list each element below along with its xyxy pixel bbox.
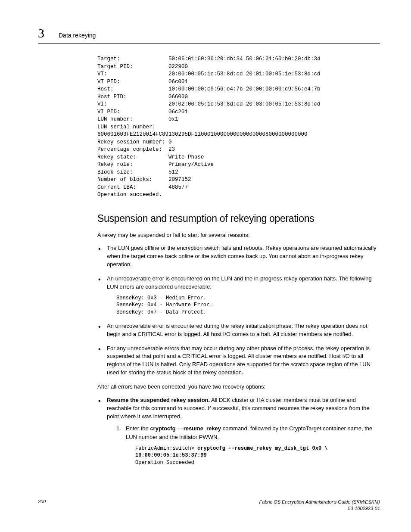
- page-number: 200: [38, 499, 46, 511]
- chapter-number: 3: [38, 26, 59, 40]
- command-block: FabricAdmin:switch> cryptocfg --resume_r…: [135, 445, 380, 467]
- command-result: Operation Succeeded: [135, 460, 194, 466]
- step-number: 1.: [116, 425, 121, 433]
- step-item: 1. Enter the cryptocfg --resume_rekey co…: [116, 425, 380, 467]
- bullet-text: An unrecoverable error is encountered on…: [107, 275, 372, 290]
- list-item: An unrecoverable error is encountered on…: [97, 275, 380, 316]
- resume-bold: Resume the suspended rekey session.: [107, 397, 210, 403]
- list-item: Resume the suspended rekey session. All …: [97, 396, 380, 467]
- intro-text: A rekey may be suspended or fail to star…: [97, 231, 380, 240]
- page-footer: 200 Fabric OS Encryption Administrator's…: [38, 499, 380, 511]
- section-heading: Suspension and resumption of rekeying op…: [97, 213, 380, 224]
- list-item: An unrecoverable error is encountered du…: [97, 322, 380, 339]
- steps-list: 1. Enter the cryptocfg --resume_rekey co…: [116, 425, 380, 467]
- reasons-list: The LUN goes offline or the encryption s…: [97, 244, 380, 377]
- step-dashes: --: [177, 426, 183, 432]
- sensekey-block: SenseKey: 0x3 - Medium Error. SenseKey: …: [116, 295, 380, 316]
- bullet-text: An unrecoverable error is encountered du…: [107, 323, 367, 337]
- footer-right: Fabric OS Encryption Administrator's Gui…: [259, 499, 380, 511]
- step-cmd2: resume_rekey: [184, 425, 221, 432]
- command-prompt: FabricAdmin:switch>: [135, 445, 197, 451]
- doc-title: Fabric OS Encryption Administrator's Gui…: [259, 499, 380, 505]
- bullet-text: For any unrecoverable errors that may oc…: [107, 345, 371, 376]
- page-header: 3 Data rekeying: [38, 26, 380, 44]
- after-errors-text: After all errors have been corrected, yo…: [97, 383, 380, 391]
- doc-id: 53-1002923-01: [259, 505, 380, 511]
- header-title: Data rekeying: [59, 32, 96, 39]
- step-cmd1: cryptocfg: [150, 425, 177, 432]
- recovery-list: Resume the suspended rekey session. All …: [97, 396, 380, 467]
- bullet-text: The LUN goes offline or the encryption s…: [107, 245, 377, 268]
- terminal-output: Target: 50:06:01:60:30:20:db:34 50:06:01…: [97, 56, 380, 199]
- step-text-pre: Enter the: [126, 425, 150, 432]
- list-item: The LUN goes offline or the encryption s…: [97, 244, 380, 269]
- list-item: For any unrecoverable errors that may oc…: [97, 345, 380, 377]
